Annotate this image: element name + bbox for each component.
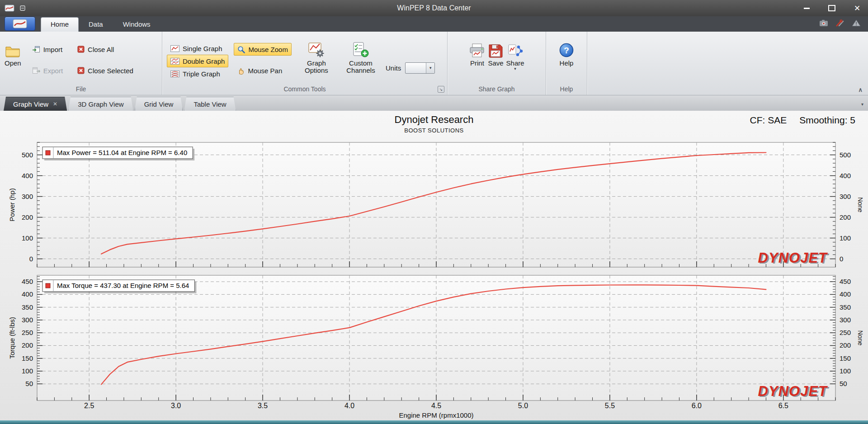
close-selected-label: Close Selected xyxy=(88,67,133,75)
print-label: Print xyxy=(470,60,484,67)
ribbon-tab-home[interactable]: Home xyxy=(41,17,79,32)
open-button[interactable]: Open xyxy=(5,32,21,84)
collapse-ribbon-button[interactable]: ∧ xyxy=(858,86,863,93)
save-button[interactable]: Save xyxy=(488,32,503,84)
single-graph-icon xyxy=(170,45,179,52)
svg-text:400: 400 xyxy=(840,290,851,298)
power-legend[interactable]: Max Power = 511.04 at Engine RPM = 6.40 xyxy=(42,147,194,160)
tools-icon[interactable] xyxy=(835,19,844,27)
share-icon xyxy=(508,41,523,58)
svg-text:250: 250 xyxy=(840,329,851,336)
help-group: ? Help Help xyxy=(546,32,587,95)
units-control: Units ▾ xyxy=(386,32,435,84)
close-selected-button[interactable]: Close Selected xyxy=(74,64,137,77)
graph-options-button[interactable]: Graph Options xyxy=(297,32,336,84)
maximize-button[interactable] xyxy=(827,4,836,13)
svg-text:6.5: 6.5 xyxy=(778,402,788,410)
mouse-pan-label: Mouse Pan xyxy=(248,67,282,75)
hand-icon xyxy=(237,67,245,75)
single-graph-button[interactable]: Single Graph xyxy=(167,42,228,55)
share-graph-group-label: Share Graph xyxy=(448,84,546,95)
svg-text:DYNOJET: DYNOJET xyxy=(758,250,828,266)
help-group-content: ? Help xyxy=(546,32,587,84)
minimize-button[interactable] xyxy=(802,4,811,13)
svg-text:50: 50 xyxy=(840,380,847,387)
export-button[interactable]: Export xyxy=(28,64,66,77)
triple-graph-label: Triple Graph xyxy=(183,70,220,78)
graph-options-icon xyxy=(308,41,325,58)
help-button[interactable]: ? Help xyxy=(559,32,574,84)
share-label: Share xyxy=(506,60,524,67)
svg-text:250: 250 xyxy=(22,329,33,336)
application-menu-button[interactable] xyxy=(5,17,35,31)
window-controls: ✕ xyxy=(802,0,862,16)
svg-text:450: 450 xyxy=(22,278,33,285)
warning-icon[interactable] xyxy=(852,19,861,27)
custom-channels-button[interactable]: Custom Channels xyxy=(341,32,380,84)
tab-3d-graph-view[interactable]: 3D Graph View xyxy=(68,97,133,111)
help-icon: ? xyxy=(559,41,574,58)
ribbon-tab-data[interactable]: Data xyxy=(79,17,113,32)
svg-text:None: None xyxy=(857,197,863,212)
custom-channels-icon xyxy=(353,41,369,58)
chart-canvas[interactable]: 00100100200200300300400400500500Max Powe… xyxy=(5,135,863,421)
smoothing-label: Smoothing: 5 xyxy=(799,115,855,126)
close-all-label: Close All xyxy=(88,46,114,53)
file-group: Open Import Export Close All xyxy=(0,32,162,95)
svg-text:Torque (ft-lbs): Torque (ft-lbs) xyxy=(8,317,16,359)
correction-factor-label: CF: SAE xyxy=(750,115,787,126)
triple-graph-button[interactable]: Triple Graph xyxy=(167,67,228,80)
power-chart[interactable]: 00100100200200300300400400500500Max Powe… xyxy=(8,142,863,267)
double-graph-button[interactable]: Double Graph xyxy=(167,55,228,67)
mouse-tools-stack: Mouse Zoom Mouse Pan xyxy=(234,32,292,84)
svg-text:450: 450 xyxy=(840,278,851,285)
torque-legend[interactable]: Max Torque = 437.30 at Engine RPM = 5.64 xyxy=(42,280,196,293)
svg-text:300: 300 xyxy=(840,193,851,200)
svg-text:350: 350 xyxy=(22,303,33,311)
svg-text:150: 150 xyxy=(840,354,851,362)
svg-text:Power (hp): Power (hp) xyxy=(8,188,16,221)
chevron-down-icon: ▾ xyxy=(426,63,434,73)
ribbon-tab-row: Home Data Windows xyxy=(0,16,868,32)
units-select[interactable]: ▾ xyxy=(405,62,435,74)
close-tab-icon[interactable]: ✕ xyxy=(53,101,57,107)
dialog-launcher-icon[interactable]: ↘ xyxy=(438,86,444,93)
share-button[interactable]: Share ▾ xyxy=(506,32,524,84)
svg-text:DYNOJET: DYNOJET xyxy=(758,383,828,399)
svg-text:Engine RPM (rpmx1000): Engine RPM (rpmx1000) xyxy=(399,411,473,419)
close-button[interactable]: ✕ xyxy=(853,4,862,13)
ribbon-tab-windows[interactable]: Windows xyxy=(113,17,160,32)
svg-text:100: 100 xyxy=(840,367,851,375)
window-title: WinPEP 8 Data Center xyxy=(397,4,471,12)
share-graph-group: Print Save Share ▾ Share Graph xyxy=(448,32,546,95)
titlebar-left xyxy=(5,0,25,16)
help-group-label: Help xyxy=(546,84,587,95)
maximize-icon xyxy=(828,5,835,11)
file-group-label: File xyxy=(0,84,162,95)
x-axis: 2.53.03.54.04.55.05.56.06.5Engine RPM (r… xyxy=(84,402,788,419)
close-all-icon xyxy=(77,46,85,53)
quick-access-toolbar-icon[interactable] xyxy=(20,5,25,11)
open-label: Open xyxy=(5,60,21,67)
print-button[interactable]: Print xyxy=(469,32,485,84)
tab-grid-view[interactable]: Grid View xyxy=(135,97,183,111)
tab-list-caret-icon[interactable]: ▾ xyxy=(861,102,863,107)
camera-icon[interactable] xyxy=(819,19,828,27)
mouse-zoom-button[interactable]: Mouse Zoom xyxy=(234,43,292,56)
svg-text:200: 200 xyxy=(22,213,33,221)
tab-graph-view[interactable]: Graph View ✕ xyxy=(4,97,67,111)
torque-chart[interactable]: 5050100100150150200200250250300300350350… xyxy=(8,275,863,400)
magnifier-icon xyxy=(237,46,245,53)
minimize-icon xyxy=(804,8,810,9)
svg-text:200: 200 xyxy=(22,341,33,349)
close-all-button[interactable]: Close All xyxy=(74,43,137,56)
custom-channels-label: Custom Channels xyxy=(341,60,380,74)
import-button[interactable]: Import xyxy=(28,43,66,56)
graph-title: Dynojet Research xyxy=(5,114,863,126)
winpep-logo-icon xyxy=(13,19,27,28)
tab-table-view[interactable]: Table View xyxy=(184,97,236,111)
mouse-pan-button[interactable]: Mouse Pan xyxy=(234,64,292,77)
mouse-zoom-label: Mouse Zoom xyxy=(248,46,288,53)
app-icon[interactable] xyxy=(5,5,14,12)
file-group-content: Open Import Export Close All xyxy=(0,32,162,84)
